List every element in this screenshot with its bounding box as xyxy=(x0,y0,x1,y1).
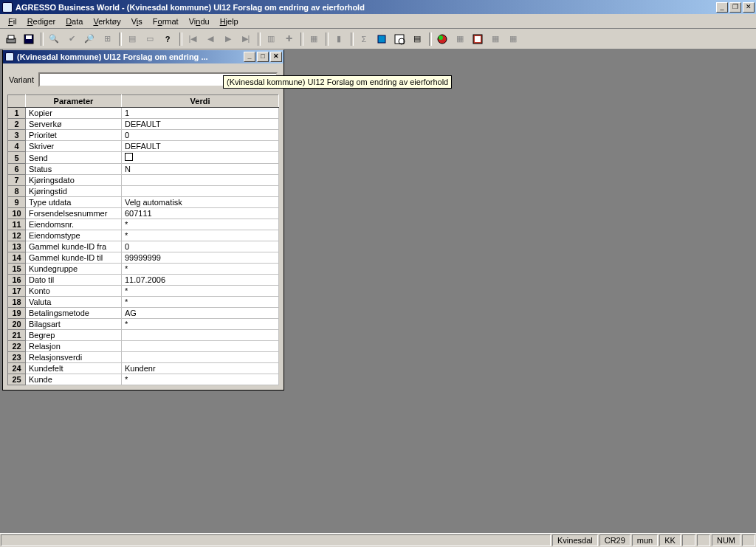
help-icon[interactable]: ? xyxy=(159,31,176,47)
table2-icon[interactable]: ▦ xyxy=(487,31,504,47)
sigma-icon[interactable]: Σ xyxy=(356,31,372,47)
next-icon[interactable]: ▶ xyxy=(220,31,236,47)
checkbox-icon[interactable] xyxy=(125,153,133,161)
zoom-icon[interactable]: 🔎 xyxy=(81,31,97,47)
table-row[interactable]: 22Relasjon xyxy=(8,341,279,352)
globe-icon[interactable] xyxy=(434,31,450,47)
param-name-cell[interactable]: Relasjon xyxy=(26,341,122,352)
row-number[interactable]: 11 xyxy=(8,219,26,230)
table-row[interactable]: 12Eiendomstype* xyxy=(8,230,279,241)
param-value-cell[interactable] xyxy=(122,341,279,352)
menu-verktoy[interactable]: Verktøy xyxy=(88,16,126,27)
check-icon[interactable]: ✔ xyxy=(63,31,80,47)
child-minimize-button[interactable]: _ xyxy=(244,52,255,62)
param-name-cell[interactable]: Eiendomsnr. xyxy=(26,219,122,230)
row-number[interactable]: 23 xyxy=(8,352,26,363)
tree-icon[interactable]: ⊞ xyxy=(99,31,115,47)
param-value-cell[interactable]: * xyxy=(122,219,279,230)
param-value-cell[interactable] xyxy=(122,175,279,186)
table-row[interactable]: 14Gammel kunde-ID til99999999 xyxy=(8,252,279,264)
list-icon[interactable]: ▤ xyxy=(124,31,140,47)
props-icon[interactable] xyxy=(470,31,486,47)
table-row[interactable]: 21Begrep xyxy=(8,330,279,341)
table-row[interactable]: 7Kjøringsdato xyxy=(8,175,279,186)
row-number[interactable]: 13 xyxy=(8,241,26,252)
row-number[interactable]: 21 xyxy=(8,330,26,341)
param-name-cell[interactable]: Bilagsart xyxy=(26,319,122,330)
menu-vindu[interactable]: Vindu xyxy=(184,16,215,27)
param-name-cell[interactable]: Relasjonsverdi xyxy=(26,352,122,363)
param-value-cell[interactable]: * xyxy=(122,319,279,330)
param-name-cell[interactable]: Status xyxy=(26,164,122,175)
row-number[interactable]: 19 xyxy=(8,308,26,319)
print-icon[interactable] xyxy=(3,31,19,47)
param-name-cell[interactable]: Kundefelt xyxy=(26,363,122,374)
param-value-cell[interactable]: DEFAULT xyxy=(122,119,279,130)
table-row[interactable]: 10Forsendelsesnummer607111 xyxy=(8,208,279,219)
row-number[interactable]: 15 xyxy=(8,264,26,275)
last-icon[interactable]: ▶| xyxy=(238,31,254,47)
param-name-cell[interactable]: Valuta xyxy=(26,297,122,308)
first-icon[interactable]: |◀ xyxy=(185,31,201,47)
table-row[interactable]: 3Prioritet0 xyxy=(8,130,279,141)
row-number[interactable]: 8 xyxy=(8,186,26,197)
param-name-cell[interactable]: Type utdata xyxy=(26,197,122,208)
param-value-cell[interactable] xyxy=(122,152,279,164)
param-name-cell[interactable]: Betalingsmetode xyxy=(26,308,122,319)
menu-vis[interactable]: Vis xyxy=(126,16,148,27)
report-icon[interactable]: ▤ xyxy=(409,31,425,47)
param-value-cell[interactable]: 0 xyxy=(122,130,279,141)
row-number[interactable]: 12 xyxy=(8,230,26,241)
param-value-cell[interactable]: DEFAULT xyxy=(122,141,279,152)
row-number[interactable]: 4 xyxy=(8,141,26,152)
param-name-cell[interactable]: Dato til xyxy=(26,275,122,286)
window-icon[interactable]: ▭ xyxy=(142,31,158,47)
chart-icon[interactable]: ▮ xyxy=(331,31,347,47)
close-button[interactable]: ✕ xyxy=(743,2,755,13)
child-titlebar[interactable]: (Kvinesdal kommune) UI12 Forslag om endr… xyxy=(3,50,284,63)
param-value-cell[interactable]: 99999999 xyxy=(122,252,279,264)
param-value-cell[interactable]: * xyxy=(122,230,279,241)
new-icon[interactable]: ✚ xyxy=(281,31,297,47)
table-row[interactable]: 23Relasjonsverdi xyxy=(8,352,279,363)
prev-icon[interactable]: ◀ xyxy=(202,31,219,47)
table-row[interactable]: 25Kunde* xyxy=(8,374,279,385)
param-name-cell[interactable]: Begrep xyxy=(26,330,122,341)
table-row[interactable]: 9Type utdataVelg automatisk xyxy=(8,197,279,208)
row-number[interactable]: 14 xyxy=(8,252,26,264)
row-number[interactable]: 9 xyxy=(8,197,26,208)
param-name-cell[interactable]: Skriver xyxy=(26,141,122,152)
row-number[interactable]: 3 xyxy=(8,130,26,141)
table-row[interactable]: 2ServerkøDEFAULT xyxy=(8,119,279,130)
child-maximize-button[interactable]: □ xyxy=(257,52,269,62)
table-row[interactable]: 16Dato til11.07.2006 xyxy=(8,275,279,286)
param-value-cell[interactable]: 607111 xyxy=(122,208,279,219)
table-row[interactable]: 8Kjøringstid xyxy=(8,186,279,197)
table1-icon[interactable]: ▦ xyxy=(452,31,468,47)
table-row[interactable]: 6StatusN xyxy=(8,164,279,175)
row-number[interactable]: 5 xyxy=(8,152,26,164)
row-number[interactable]: 22 xyxy=(8,341,26,352)
row-number[interactable]: 25 xyxy=(8,374,26,385)
param-value-cell[interactable]: * xyxy=(122,264,279,275)
param-name-cell[interactable]: Send xyxy=(26,152,122,164)
grid-icon[interactable]: ▦ xyxy=(306,31,322,47)
menu-format[interactable]: Format xyxy=(148,16,184,27)
menu-fil[interactable]: Fil xyxy=(3,16,22,27)
menu-rediger[interactable]: Rediger xyxy=(22,16,61,27)
param-name-cell[interactable]: Kundegruppe xyxy=(26,264,122,275)
param-name-cell[interactable]: Eiendomstype xyxy=(26,230,122,241)
param-name-cell[interactable]: Serverkø xyxy=(26,119,122,130)
param-value-cell[interactable]: Kundenr xyxy=(122,363,279,374)
row-number[interactable]: 18 xyxy=(8,297,26,308)
param-value-cell[interactable]: * xyxy=(122,297,279,308)
row-number[interactable]: 1 xyxy=(8,108,26,119)
row-number[interactable]: 17 xyxy=(8,286,26,297)
table-row[interactable]: 18Valuta* xyxy=(8,297,279,308)
param-name-cell[interactable]: Kjøringsdato xyxy=(26,175,122,186)
param-value-cell[interactable] xyxy=(122,186,279,197)
param-name-cell[interactable]: Kunde xyxy=(26,374,122,385)
param-value-cell[interactable] xyxy=(122,330,279,341)
table-header-parameter[interactable]: Parameter xyxy=(26,95,122,108)
param-value-cell[interactable]: 0 xyxy=(122,241,279,252)
